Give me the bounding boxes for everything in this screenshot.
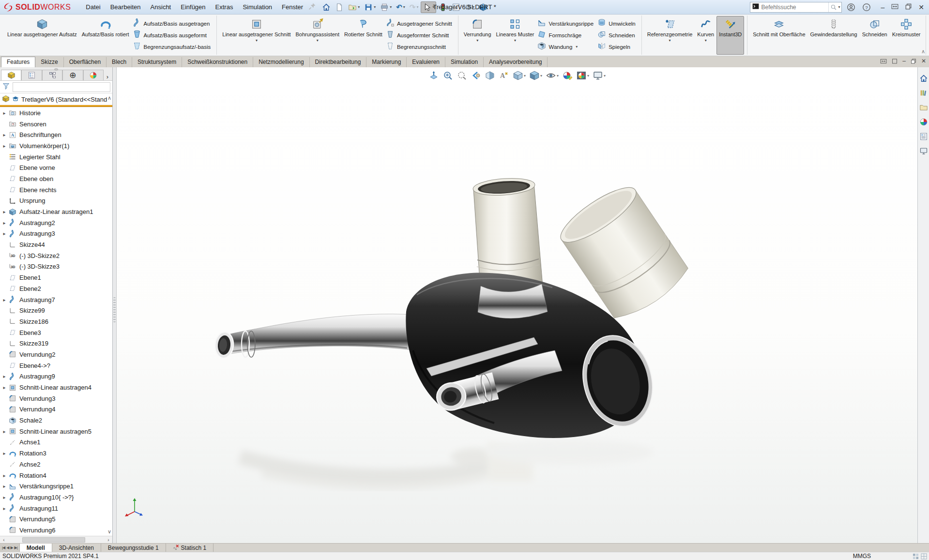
ribbon-button-instant3d[interactable]: Instant3D — [716, 16, 744, 55]
dropdown-arrow-icon[interactable]: ▾ — [403, 5, 405, 9]
tab-markierung[interactable]: Markierung — [366, 57, 407, 67]
zoom-to-area-button[interactable] — [442, 69, 454, 82]
expand-arrow-icon[interactable]: ▸ — [1, 385, 8, 390]
taskpane-forum-button[interactable] — [919, 147, 928, 155]
panel-tab-featuremanager[interactable] — [1, 70, 21, 80]
hscroll-left-icon[interactable]: ‹ — [0, 537, 8, 543]
panel-tab-displaymanager[interactable] — [83, 70, 104, 80]
redo-button[interactable]: ↷▾ — [408, 2, 421, 12]
menu-item-simulation[interactable]: Simulation — [238, 1, 276, 13]
tree-item-ebene-oben[interactable]: Ebene oben — [0, 173, 112, 184]
dropdown-arrow-icon[interactable]: ▾ — [358, 5, 360, 9]
tree-scroll-up-icon[interactable]: ∧ — [107, 95, 111, 101]
dropdown-arrow-icon[interactable]: ▾ — [540, 74, 542, 78]
tab-features[interactable]: Features — [1, 57, 35, 67]
tree-item-verst-rkungsrippe1[interactable]: ▸Verstärkungsrippe1 — [0, 481, 112, 492]
tree-item-austragung2[interactable]: ▸Austragung2 — [0, 217, 112, 228]
minimize-button[interactable]: – — [881, 4, 884, 11]
ribbon-button-rotierter-schnitt[interactable]: Rotierter Schnitt — [342, 16, 385, 55]
file-properties-button[interactable] — [450, 1, 462, 13]
doc-tab-modell[interactable]: Modell — [20, 544, 52, 552]
print-button[interactable]: ▾ — [378, 1, 394, 13]
taskpane-appearances-scenes-button[interactable] — [919, 118, 928, 126]
model-3d[interactable] — [117, 67, 917, 543]
expand-arrow-icon[interactable]: ▸ — [1, 495, 8, 500]
undo-button[interactable]: ↶▾ — [394, 2, 407, 12]
graphics-viewport[interactable]: A▾▾▾▾▾ — [117, 67, 917, 543]
annotation-views-button[interactable]: A — [498, 69, 510, 82]
tree-item-verrundung5[interactable]: Verrundung5 — [0, 514, 112, 525]
tab-schweißkonstruktionen[interactable]: Schweißkonstruktionen — [182, 57, 253, 67]
filter-funnel-icon[interactable] — [2, 82, 11, 92]
splitter-grip[interactable] — [113, 297, 116, 322]
ribbon-button-kurven[interactable]: Kurven▾ — [695, 16, 716, 55]
tree-item-volumenk-rper-1-[interactable]: ▸Volumenkörper(1) — [0, 140, 112, 151]
expand-button[interactable] — [891, 3, 899, 11]
ribbon-button-linear-ausgetragener-schnitt[interactable]: Linear ausgetragener Schnitt▾ — [220, 16, 293, 55]
ribbon-button-schneiden[interactable]: Schneiden — [860, 16, 890, 55]
dropdown-arrow-icon[interactable]: ▾ — [256, 38, 258, 43]
dropdown-arrow-icon[interactable]: ▾ — [576, 45, 578, 49]
panel-splitter[interactable] — [113, 67, 117, 543]
dropdown-arrow-icon[interactable]: ▾ — [416, 5, 418, 9]
ribbon-button-ausgeformter-schnitt[interactable]: Ausgeformter Schnitt — [385, 30, 455, 41]
account-icon[interactable] — [845, 2, 857, 12]
unit-system[interactable]: MMGS — [853, 553, 871, 560]
expand-arrow-icon[interactable]: ▸ — [1, 451, 8, 456]
dropdown-arrow-icon[interactable]: ▾ — [669, 38, 671, 43]
tree-scroll-down-icon[interactable]: ∨ — [107, 529, 111, 535]
tab-evaluieren[interactable]: Evaluieren — [407, 57, 445, 67]
taskpane-custom-properties-button[interactable] — [919, 132, 928, 141]
ribbon-button-gewindedarstellung[interactable]: Gewindedarstellung — [808, 16, 860, 55]
hscroll-thumb[interactable] — [22, 537, 85, 543]
help-icon[interactable]: ? — [860, 2, 873, 12]
tab-direktbearbeitung[interactable]: Direktbearbeitung — [310, 57, 367, 67]
panel-resize-knob[interactable] — [54, 68, 58, 71]
doc-minimize-button[interactable]: – — [902, 58, 906, 64]
expand-arrow-icon[interactable]: ▸ — [1, 110, 8, 116]
dropdown-arrow-icon[interactable]: ▾ — [476, 38, 478, 43]
expand-arrow-icon[interactable]: ▸ — [1, 220, 8, 226]
panel-tabs-overflow-icon[interactable]: › — [104, 73, 111, 80]
tree-item-austragung11[interactable]: ▸Austragung11 — [0, 503, 112, 514]
expand-arrow-icon[interactable]: ▸ — [1, 473, 8, 478]
dropdown-arrow-icon[interactable]: ▾ — [432, 5, 434, 9]
ribbon-button-verrundung[interactable]: Verrundung▾ — [461, 16, 494, 55]
previous-view-button[interactable] — [470, 69, 482, 82]
expand-arrow-icon[interactable]: ▸ — [1, 374, 8, 379]
rebuild-button[interactable] — [437, 1, 449, 13]
ribbon-button-spiegeln[interactable]: Spiegeln — [596, 41, 639, 52]
menu-item-einfügen[interactable]: Einfügen — [176, 1, 210, 13]
doc-tab-3d-ansichten[interactable]: 3D-Ansichten — [52, 544, 101, 552]
open-document-button[interactable]: ▾ — [346, 1, 362, 13]
tree-item-rotation3[interactable]: ▸Rotation3 — [0, 448, 112, 459]
first-tab-button[interactable]: |◀ — [2, 545, 5, 550]
tree-item-verrundung6[interactable]: Verrundung6 — [0, 525, 112, 536]
expand-arrow-icon[interactable]: ▸ — [1, 132, 8, 137]
doc-close-button[interactable]: ✕ — [921, 58, 926, 64]
doc-pane-icon[interactable] — [892, 59, 898, 64]
select-button[interactable]: ▾ — [421, 1, 436, 13]
expand-arrow-icon[interactable]: ▸ — [1, 429, 8, 434]
dropdown-arrow-icon[interactable]: ▾ — [705, 38, 707, 43]
tree-item-ebene1[interactable]: Ebene1 — [0, 272, 112, 283]
doc-tab-bewegungsstudie-1[interactable]: Bewegungsstudie 1 — [101, 544, 166, 552]
ribbon-button-lineares-muster[interactable]: Lineares Muster▾ — [494, 16, 537, 55]
tab-oberflächen[interactable]: Oberflächen — [64, 57, 107, 67]
menu-item-bearbeiten[interactable]: Bearbeiten — [106, 1, 145, 13]
dropdown-arrow-icon[interactable]: ▾ — [514, 38, 516, 43]
tree-horizontal-scrollbar[interactable]: ‹ › — [0, 536, 112, 543]
ribbon-button-wandung[interactable]: Wandung▾ — [536, 41, 596, 52]
ribbon-button-formschr-ge[interactable]: Formschräge — [536, 30, 596, 41]
dropdown-arrow-icon[interactable]: ▾ — [390, 5, 392, 9]
ribbon-button-aufsatz-basis-rotiert[interactable]: Aufsatz/Basis rotiert — [79, 16, 132, 55]
tab-analysevorbereitung[interactable]: Analysevorbereitung — [484, 57, 548, 67]
tree-item-historie[interactable]: ▸Historie — [0, 107, 112, 119]
tree-item-austragung10-[interactable]: ▸Austragung10{ ->?} — [0, 492, 112, 503]
ribbon-button-verst-rkungsrippe[interactable]: Verstärkungsrippe — [536, 18, 596, 29]
doc-expand-icon[interactable] — [880, 59, 887, 64]
tree-item-ebene2[interactable]: Ebene2 — [0, 283, 112, 294]
dropdown-arrow-icon[interactable]: ▾ — [374, 5, 376, 9]
next-tab-button[interactable]: ▶ — [10, 545, 13, 550]
tree-item-aufsatz-linear-austragen1[interactable]: ▸Aufsatz-Linear austragen1 — [0, 206, 112, 217]
